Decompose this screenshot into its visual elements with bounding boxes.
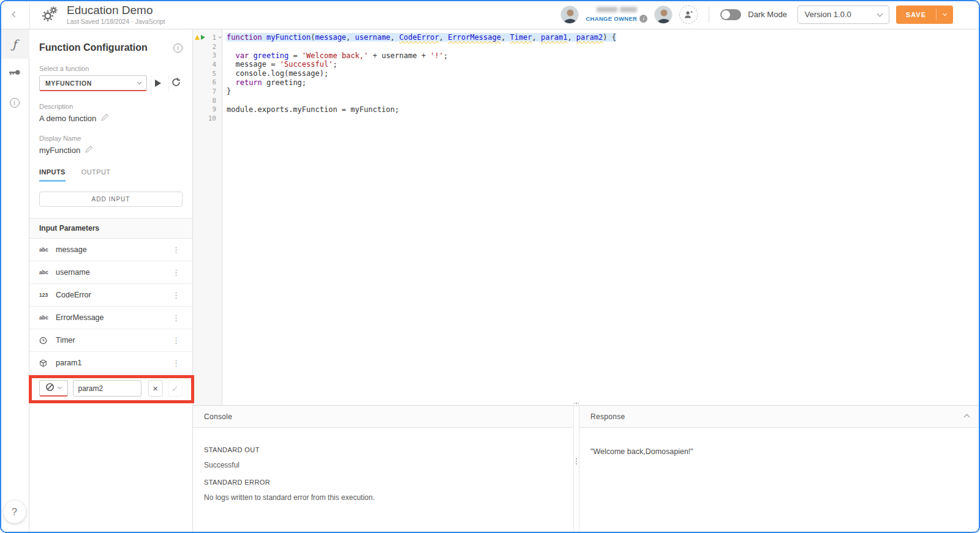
edit-description-button[interactable] — [101, 113, 109, 123]
run-line-icon[interactable] — [201, 35, 205, 40]
param-row: abcErrorMessage — [29, 307, 192, 329]
owner-info-icon[interactable] — [639, 15, 647, 23]
param-menu-kebab-icon[interactable] — [167, 266, 185, 280]
param-menu-kebab-icon[interactable] — [167, 311, 185, 325]
new-param-row — [29, 375, 192, 403]
header-title-group: Education Demo Last Saved 1/18/2024 · Ja… — [30, 0, 165, 29]
console-section-label: STANDARD OUT — [204, 446, 562, 453]
chevron-down-icon — [876, 10, 883, 17]
response-header: Response — [579, 406, 980, 428]
param-row: abcmessage — [29, 239, 192, 261]
line-number: 9 — [206, 105, 216, 113]
page-title: Education Demo — [67, 4, 165, 17]
param-type-dropdown[interactable] — [39, 380, 68, 397]
line-number: 10 — [206, 114, 216, 122]
sidebar-item-functions[interactable] — [0, 29, 29, 59]
console-header: Console — [193, 406, 573, 428]
key-icon — [9, 69, 21, 78]
select-function-label: Select a function — [39, 65, 183, 72]
cancel-param-button[interactable] — [148, 380, 163, 397]
header-actions: CHANGE OWNER Dark Mode Version 1.0.0 SAV… — [560, 0, 980, 29]
reset-function-button[interactable] — [168, 75, 183, 91]
param-name: CodeError — [56, 291, 167, 299]
console-panel: Console STANDARD OUTSuccessfulSTANDARD E… — [193, 406, 574, 533]
save-label: SAVE — [896, 6, 936, 24]
drag-handle-icon[interactable] — [574, 403, 579, 404]
tab-output[interactable]: OUTPUT — [81, 168, 111, 182]
line-number: 8 — [206, 97, 216, 105]
confirm-param-button[interactable] — [168, 380, 183, 397]
chevron-left-icon — [12, 12, 18, 18]
code-line: 10 — [193, 114, 980, 123]
param-menu-kebab-icon[interactable] — [167, 334, 185, 348]
save-dropdown-chevron[interactable] — [937, 6, 953, 24]
sidebar-item-info[interactable] — [0, 88, 29, 117]
code-line: 6 return greeting; — [193, 78, 980, 87]
warning-icon — [195, 35, 200, 40]
inputs-output-tabs: INPUTS OUTPUT — [39, 168, 183, 182]
datetime-type-icon — [39, 337, 56, 345]
console-body: STANDARD OUTSuccessfulSTANDARD ERRORNo l… — [193, 428, 573, 533]
run-function-button[interactable] — [151, 75, 165, 91]
param-row: param1 — [29, 352, 192, 375]
param-name: param1 — [56, 359, 167, 367]
number-type-icon: 123 — [39, 292, 56, 298]
param-menu-kebab-icon[interactable] — [167, 288, 185, 302]
response-value: "Welcome back,Domosapien!" — [590, 447, 969, 456]
param-row: abcusername — [29, 261, 192, 284]
refresh-icon — [171, 77, 181, 89]
save-button[interactable]: SAVE — [896, 6, 953, 24]
code-line: 9module.exports.myFunction = myFunction; — [193, 105, 980, 114]
dark-mode-toggle[interactable] — [720, 9, 741, 20]
console-section-label: STANDARD ERROR — [204, 479, 562, 486]
add-input-button[interactable]: ADD INPUT — [39, 192, 183, 207]
collaborator-avatar[interactable] — [654, 6, 673, 24]
code-line: 7} — [193, 87, 980, 96]
fold-chevron-icon[interactable] — [216, 37, 223, 38]
console-title: Console — [204, 412, 232, 421]
response-title: Response — [590, 412, 625, 421]
param-row: 123CodeError — [29, 284, 192, 307]
text-type-icon: abc — [39, 247, 56, 253]
add-person-icon[interactable] — [679, 6, 698, 24]
version-dropdown[interactable]: Version 1.0.0 — [797, 6, 889, 24]
line-number: 4 — [206, 61, 216, 69]
code-line: 2 — [193, 42, 980, 51]
collapse-response-button[interactable] — [965, 412, 969, 421]
panel-title: Function Configuration — [39, 42, 148, 53]
owner-info: CHANGE OWNER — [586, 7, 647, 23]
code-line: 8 — [193, 96, 980, 105]
response-panel: Response "Welcome back,Domosapien!" — [579, 406, 980, 533]
param-name-input[interactable] — [73, 380, 141, 397]
param-menu-kebab-icon[interactable] — [167, 243, 185, 257]
description-value: A demo function — [39, 114, 96, 123]
owner-avatar[interactable] — [560, 6, 579, 24]
tab-inputs[interactable]: INPUTS — [39, 168, 66, 182]
function-select[interactable]: MYFUNCTION — [39, 75, 147, 91]
back-button[interactable] — [0, 0, 30, 29]
chevron-up-icon — [964, 414, 970, 420]
left-rail — [0, 29, 29, 533]
param-menu-kebab-icon[interactable] — [167, 356, 185, 370]
panel-info-icon[interactable] — [173, 43, 183, 53]
page-subtitle: Last Saved 1/18/2024 · JavaScript — [67, 18, 165, 25]
chevron-down-icon — [58, 385, 62, 389]
function-icon — [12, 37, 17, 51]
edit-display-name-button[interactable] — [85, 145, 93, 155]
sidebar-item-keys[interactable] — [0, 59, 29, 88]
code-line: 3 var greeting = 'Welcome back,' + usern… — [193, 51, 980, 60]
change-owner-link[interactable]: CHANGE OWNER — [586, 15, 637, 22]
bottom-panels: Console STANDARD OUTSuccessfulSTANDARD E… — [193, 405, 980, 533]
owner-name-redacted — [597, 7, 637, 12]
line-number: 6 — [206, 78, 216, 86]
panel-resizer[interactable] — [574, 406, 579, 533]
function-config-panel: Function Configuration Select a function… — [29, 29, 193, 533]
app-window: Education Demo Last Saved 1/18/2024 · Ja… — [0, 0, 980, 533]
param-name: username — [56, 268, 167, 277]
drag-handle-icon — [576, 458, 577, 464]
code-editor[interactable]: 1function myFunction(message, username, … — [193, 29, 980, 405]
info-icon — [10, 98, 20, 108]
param-name: ErrorMessage — [56, 313, 167, 322]
chevron-down-icon — [943, 11, 947, 15]
help-button[interactable] — [3, 501, 26, 523]
